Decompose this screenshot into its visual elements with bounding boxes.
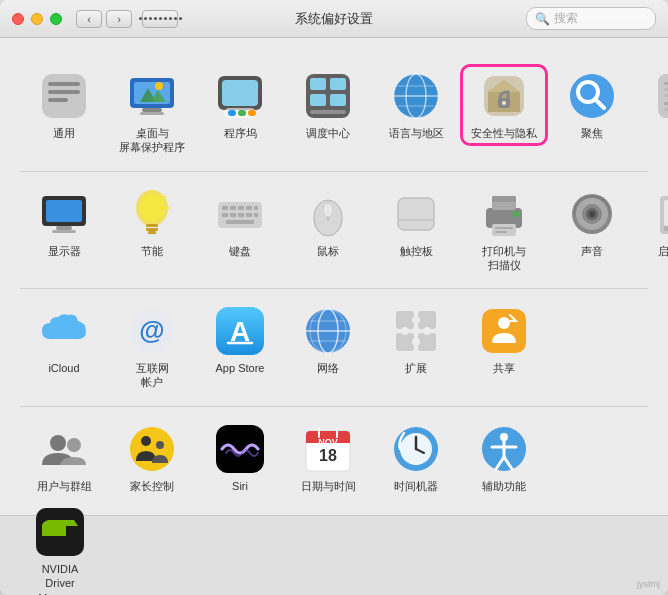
minimize-button[interactable] <box>31 13 43 25</box>
svg-rect-49 <box>146 224 158 227</box>
pref-icloud[interactable]: iCloud <box>20 299 108 381</box>
svg-point-107 <box>412 338 420 346</box>
pref-mission[interactable]: 调度中心 <box>284 64 372 146</box>
mission-label: 调度中心 <box>306 126 350 140</box>
desktop-icon <box>126 70 178 122</box>
pref-keyboard[interactable]: 键盘 <box>196 182 284 264</box>
svg-rect-1 <box>48 82 80 86</box>
pref-accessibility[interactable]: 辅助功能 <box>460 417 548 499</box>
pref-energy[interactable]: 节能 <box>108 182 196 264</box>
pref-network[interactable]: 网络 <box>284 299 372 381</box>
forward-button[interactable]: › <box>106 10 132 28</box>
svg-point-70 <box>323 203 333 217</box>
svg-rect-12 <box>222 80 258 106</box>
timemachine-icon <box>390 423 442 475</box>
svg-rect-58 <box>238 206 244 210</box>
users-icon <box>38 423 90 475</box>
pref-timemachine[interactable]: 时间机器 <box>372 417 460 499</box>
svg-rect-14 <box>228 110 236 116</box>
svg-rect-51 <box>148 231 156 234</box>
pref-desktop[interactable]: 桌面与屏幕保护程序 <box>108 64 196 161</box>
search-bar[interactable]: 🔍 搜索 <box>526 7 656 30</box>
desktop-label: 桌面与屏幕保护程序 <box>119 126 185 155</box>
svg-rect-61 <box>222 213 228 217</box>
display-label: 显示器 <box>48 244 81 258</box>
window-title: 系统偏好设置 <box>295 10 373 28</box>
back-button[interactable]: ‹ <box>76 10 102 28</box>
svg-point-33 <box>502 101 506 105</box>
pref-internet[interactable]: @ 互联网帐户 <box>108 299 196 396</box>
sharing-label: 共享 <box>493 361 515 375</box>
mouse-label: 鼠标 <box>317 244 339 258</box>
svg-rect-44 <box>46 200 82 222</box>
sound-icon <box>566 188 618 240</box>
svg-rect-103 <box>418 311 436 329</box>
pref-appstore[interactable]: A App Store <box>196 299 284 381</box>
pref-sharing[interactable]: 共享 <box>460 299 548 381</box>
display-icon <box>38 188 90 240</box>
pref-mouse[interactable]: 鼠标 <box>284 182 372 264</box>
spotlight-icon <box>566 70 618 122</box>
close-button[interactable] <box>12 13 24 25</box>
accessibility-icon <box>478 423 530 475</box>
general-icon <box>38 70 90 122</box>
network-icon <box>302 305 354 357</box>
pref-dock[interactable]: 程序坞 <box>196 64 284 146</box>
svg-rect-6 <box>142 108 162 112</box>
general-label: 通用 <box>53 126 75 140</box>
svg-point-115 <box>130 427 174 471</box>
dock-label: 程序坞 <box>224 126 257 140</box>
maximize-button[interactable] <box>50 13 62 25</box>
pref-security[interactable]: 安全性与隐私 <box>460 64 548 146</box>
pref-printer[interactable]: 打印机与扫描仪 <box>460 182 548 279</box>
pref-spotlight[interactable]: 聚焦 <box>548 64 636 146</box>
pref-language[interactable]: 语言与地区 <box>372 64 460 146</box>
svg-rect-16 <box>248 110 256 116</box>
row-hardware: 显示器 <box>20 172 648 290</box>
language-label: 语言与地区 <box>389 126 444 140</box>
siri-icon <box>214 423 266 475</box>
security-label: 安全性与隐私 <box>471 126 537 140</box>
svg-point-116 <box>141 436 151 446</box>
pref-trackpad[interactable]: 触控板 <box>372 182 460 264</box>
svg-rect-64 <box>246 213 252 217</box>
svg-line-53 <box>164 196 166 198</box>
parental-label: 家长控制 <box>130 479 174 493</box>
svg-rect-110 <box>482 309 526 353</box>
svg-rect-86 <box>664 200 668 226</box>
pref-startup[interactable]: 启动磁盘 <box>636 182 668 264</box>
printer-icon <box>478 188 530 240</box>
traffic-lights <box>12 13 62 25</box>
pref-users[interactable]: 用户与群组 <box>20 417 108 499</box>
network-label: 网络 <box>317 361 339 375</box>
svg-rect-71 <box>398 198 434 230</box>
pref-nvidia[interactable]: NVIDIADriver Manager <box>20 500 100 595</box>
svg-rect-75 <box>492 224 516 236</box>
language-icon <box>390 70 442 122</box>
search-icon: 🔍 <box>535 12 550 26</box>
appstore-label: App Store <box>216 361 265 375</box>
pref-siri[interactable]: Siri <box>196 417 284 499</box>
pref-notification[interactable]: 通知 <box>636 64 668 146</box>
svg-rect-20 <box>310 94 326 106</box>
printer-label: 打印机与扫描仪 <box>482 244 526 273</box>
pref-parental[interactable]: 家长控制 <box>108 417 196 499</box>
svg-point-106 <box>412 316 420 324</box>
svg-rect-87 <box>664 226 668 231</box>
grid-button[interactable] <box>142 10 178 28</box>
pref-general[interactable]: 通用 <box>20 64 108 146</box>
nav-buttons: ‹ › <box>76 10 178 28</box>
row-personal: 通用 桌面与屏幕保护程序 <box>20 54 648 172</box>
startup-label: 启动磁盘 <box>658 244 668 258</box>
svg-text:@: @ <box>139 315 164 345</box>
svg-point-109 <box>423 327 431 335</box>
svg-rect-42 <box>664 108 668 111</box>
pref-sound[interactable]: 声音 <box>548 182 636 264</box>
keyboard-label: 键盘 <box>229 244 251 258</box>
pref-display[interactable]: 显示器 <box>20 182 108 264</box>
pref-datetime[interactable]: NOV 18 日期与时间 <box>284 417 372 499</box>
pref-extensions[interactable]: 扩展 <box>372 299 460 381</box>
internet-icon: @ <box>126 305 178 357</box>
svg-rect-2 <box>48 90 80 94</box>
svg-point-84 <box>589 211 595 217</box>
